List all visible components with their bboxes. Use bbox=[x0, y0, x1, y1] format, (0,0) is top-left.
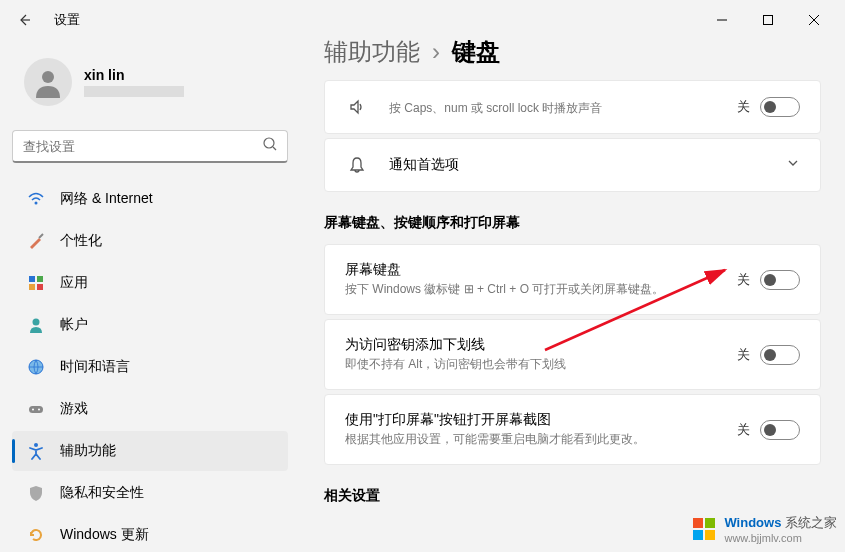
window-title: 设置 bbox=[54, 11, 80, 29]
nav-item-time-language[interactable]: 时间和语言 bbox=[12, 347, 288, 387]
watermark: Windows 系统之家 www.bjjmlv.com bbox=[690, 514, 837, 544]
back-arrow-icon bbox=[16, 12, 32, 28]
update-icon bbox=[26, 525, 46, 542]
person-icon bbox=[32, 66, 64, 98]
svg-rect-15 bbox=[693, 518, 703, 528]
svg-rect-18 bbox=[705, 530, 715, 540]
svg-rect-7 bbox=[37, 284, 43, 290]
nav-item-gaming[interactable]: 游戏 bbox=[12, 389, 288, 429]
toggle-switch[interactable] bbox=[760, 270, 800, 290]
card-print-screen[interactable]: 使用"打印屏幕"按钮打开屏幕截图 根据其他应用设置，可能需要重启电脑才能看到此更… bbox=[324, 394, 821, 465]
search-icon bbox=[263, 137, 277, 155]
main-content: 辅助功能 › 键盘 按 Caps、num 或 scroll lock 时播放声音… bbox=[300, 40, 845, 552]
card-underline-access-keys[interactable]: 为访问密钥添加下划线 即使不持有 Alt，访问密钥也会带有下划线 关 bbox=[324, 319, 821, 390]
nav-label: 隐私和安全性 bbox=[60, 484, 144, 502]
bell-icon bbox=[345, 155, 369, 175]
windows-logo-icon bbox=[690, 515, 718, 543]
svg-rect-4 bbox=[29, 276, 35, 282]
svg-point-11 bbox=[32, 409, 34, 411]
toggle-switch[interactable] bbox=[760, 345, 800, 365]
svg-point-12 bbox=[38, 409, 40, 411]
chevron-down-icon bbox=[786, 156, 800, 174]
search-input[interactable] bbox=[23, 139, 263, 154]
user-name: xin lin bbox=[84, 67, 276, 83]
nav-list: 网络 & Internet 个性化 应用 帐户 时间和语言 bbox=[12, 179, 288, 542]
brush-icon bbox=[26, 231, 46, 251]
avatar bbox=[24, 58, 72, 106]
nav-item-windows-update[interactable]: Windows 更新 bbox=[12, 515, 288, 542]
accessibility-icon bbox=[26, 441, 46, 461]
card-notification-preferences[interactable]: 通知首选项 bbox=[324, 138, 821, 192]
section-header: 屏幕键盘、按键顺序和打印屏幕 bbox=[324, 214, 821, 232]
card-desc: 即使不持有 Alt，访问密钥也会带有下划线 bbox=[345, 356, 737, 373]
close-icon bbox=[809, 15, 819, 25]
toggle-state: 关 bbox=[737, 346, 750, 364]
user-email bbox=[84, 86, 184, 97]
svg-point-13 bbox=[34, 443, 38, 447]
titlebar: 设置 bbox=[0, 0, 845, 40]
svg-point-8 bbox=[33, 319, 40, 326]
back-button[interactable] bbox=[8, 4, 40, 36]
breadcrumb: 辅助功能 › 键盘 bbox=[324, 40, 821, 68]
nav-label: 游戏 bbox=[60, 400, 88, 418]
account-icon bbox=[26, 315, 46, 335]
watermark-brand: Windows bbox=[724, 515, 781, 530]
toggle-state: 关 bbox=[737, 98, 750, 116]
close-button[interactable] bbox=[791, 4, 837, 36]
svg-rect-0 bbox=[764, 16, 773, 25]
card-desc: 按下 Windows 徽标键 ⊞ + Ctrl + O 可打开或关闭屏幕键盘。 bbox=[345, 281, 737, 298]
nav-label: 网络 & Internet bbox=[60, 190, 153, 208]
nav-label: Windows 更新 bbox=[60, 526, 149, 542]
maximize-button[interactable] bbox=[745, 4, 791, 36]
minimize-button[interactable] bbox=[699, 4, 745, 36]
svg-point-2 bbox=[264, 138, 274, 148]
svg-point-3 bbox=[35, 202, 38, 205]
nav-label: 辅助功能 bbox=[60, 442, 116, 460]
nav-label: 时间和语言 bbox=[60, 358, 130, 376]
search-box[interactable] bbox=[12, 130, 288, 163]
svg-point-1 bbox=[42, 71, 54, 83]
card-title: 屏幕键盘 bbox=[345, 261, 737, 279]
toggle-state: 关 bbox=[737, 421, 750, 439]
watermark-url: www.bjjmlv.com bbox=[724, 532, 837, 544]
section-header-related: 相关设置 bbox=[324, 487, 821, 505]
globe-icon bbox=[26, 357, 46, 377]
sidebar: xin lin 网络 & Internet 个性化 bbox=[0, 40, 300, 552]
nav-label: 帐户 bbox=[60, 316, 88, 334]
toggle-state: 关 bbox=[737, 271, 750, 289]
shield-icon bbox=[26, 483, 46, 503]
card-desc: 根据其他应用设置，可能需要重启电脑才能看到此更改。 bbox=[345, 431, 737, 448]
card-title: 通知首选项 bbox=[389, 156, 786, 174]
toggle-switch[interactable] bbox=[760, 420, 800, 440]
user-section[interactable]: xin lin bbox=[12, 50, 288, 114]
nav-item-privacy[interactable]: 隐私和安全性 bbox=[12, 473, 288, 513]
minimize-icon bbox=[717, 15, 727, 25]
user-info: xin lin bbox=[84, 67, 276, 97]
nav-item-personalization[interactable]: 个性化 bbox=[12, 221, 288, 261]
wifi-icon bbox=[26, 189, 46, 209]
toggle-switch[interactable] bbox=[760, 97, 800, 117]
nav-label: 个性化 bbox=[60, 232, 102, 250]
svg-rect-6 bbox=[29, 284, 35, 290]
breadcrumb-parent[interactable]: 辅助功能 bbox=[324, 40, 420, 68]
svg-rect-10 bbox=[29, 406, 43, 413]
nav-item-network[interactable]: 网络 & Internet bbox=[12, 179, 288, 219]
watermark-text: 系统之家 bbox=[785, 515, 837, 530]
card-title: 为访问密钥添加下划线 bbox=[345, 336, 737, 354]
card-desc: 按 Caps、num 或 scroll lock 时播放声音 bbox=[389, 100, 737, 117]
breadcrumb-current: 键盘 bbox=[452, 40, 500, 68]
nav-item-accounts[interactable]: 帐户 bbox=[12, 305, 288, 345]
card-toggle-keys-partial[interactable]: 按 Caps、num 或 scroll lock 时播放声音 关 bbox=[324, 80, 821, 134]
window-controls bbox=[699, 4, 837, 36]
gamepad-icon bbox=[26, 399, 46, 419]
card-onscreen-keyboard[interactable]: 屏幕键盘 按下 Windows 徽标键 ⊞ + Ctrl + O 可打开或关闭屏… bbox=[324, 244, 821, 315]
sound-icon bbox=[345, 97, 369, 117]
chevron-right-icon: › bbox=[432, 40, 440, 66]
nav-label: 应用 bbox=[60, 274, 88, 292]
nav-item-accessibility[interactable]: 辅助功能 bbox=[12, 431, 288, 471]
maximize-icon bbox=[763, 15, 773, 25]
svg-rect-5 bbox=[37, 276, 43, 282]
nav-item-apps[interactable]: 应用 bbox=[12, 263, 288, 303]
apps-icon bbox=[26, 273, 46, 293]
svg-rect-16 bbox=[705, 518, 715, 528]
